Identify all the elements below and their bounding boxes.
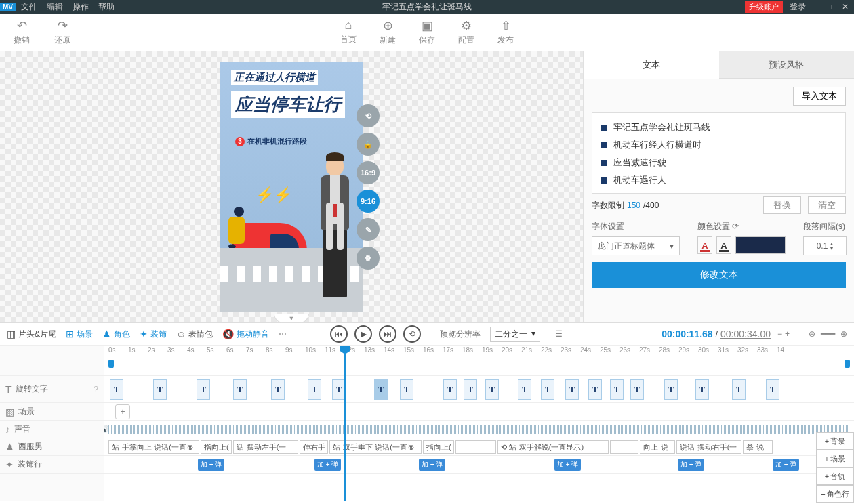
decor-clip[interactable]: 加 + 弹 — [314, 459, 341, 471]
animation-clip[interactable]: 站-手掌向上-说话(一直显 — [108, 440, 199, 454]
close-icon[interactable]: ✕ — [842, 2, 849, 12]
undo-button[interactable]: ↶撤销 — [14, 18, 30, 46]
decor-clip[interactable]: 加 + 弹 — [419, 459, 445, 471]
track-rotate-text[interactable]: 旋转文字 — [16, 383, 48, 395]
add-scene-button-side[interactable]: + 场景 — [816, 450, 854, 467]
decor-clip[interactable]: 加 + 弹 — [678, 459, 704, 471]
clear-button[interactable]: 清空 — [808, 196, 846, 214]
animation-clip[interactable]: 站-双手垂下-说话(一直显 — [329, 440, 422, 454]
track-scene[interactable]: 场景 — [18, 406, 35, 417]
replace-button[interactable]: 替换 — [763, 196, 801, 214]
track-man[interactable]: 西服男 — [18, 441, 43, 453]
emoji-button[interactable]: ☺表情包 — [176, 329, 213, 340]
minus-icon[interactable]: − — [777, 329, 782, 339]
canvas-area[interactable]: 正在通过人行横道 应当停车让行 3 在机非机混行路段 ⚡⚡ ⟲ 🔒 16:9 9… — [0, 51, 583, 322]
scene-track[interactable]: + — [104, 403, 854, 421]
menu-file[interactable]: 文件 — [21, 1, 37, 13]
sound-track[interactable]: 🔊 — [104, 421, 854, 438]
color-swatch[interactable] — [735, 236, 786, 254]
refresh-icon[interactable]: ⟳ — [732, 222, 739, 231]
menu-edit[interactable]: 编辑 — [47, 1, 63, 13]
list-item[interactable]: 应当减速行驶 — [601, 154, 837, 171]
text-keyframe[interactable]: T — [464, 379, 477, 400]
avatar-man[interactable] — [311, 155, 359, 311]
text-keyframe[interactable]: T — [153, 379, 167, 400]
menu-action[interactable]: 操作 — [73, 1, 89, 13]
text-keyframe[interactable]: T — [400, 379, 413, 400]
spinner-arrows[interactable]: ▴▾ — [830, 241, 833, 251]
ratio-9-16[interactable]: 9:16 — [357, 190, 380, 213]
playhead[interactable] — [344, 346, 346, 501]
text-list[interactable]: 牢记五点学会礼让斑马线 机动车行经人行横道时 应当减速行驶 机动车遇行人 — [592, 112, 846, 194]
text-keyframe[interactable]: T — [695, 379, 709, 400]
zoom-in-icon[interactable]: ⊕ — [840, 329, 847, 339]
gap-spinner[interactable]: 0.1▴▾ — [803, 236, 847, 255]
prev-button[interactable]: ⏮ — [330, 325, 348, 343]
edit-tool[interactable]: ✎ — [357, 218, 380, 241]
panel-collapse-handle[interactable]: ▼ — [274, 314, 309, 323]
scene-button[interactable]: ⊞场景 — [66, 329, 93, 340]
ratio-16-9[interactable]: 16:9 — [357, 161, 380, 184]
head-tail-button[interactable]: ▥片头&片尾 — [7, 329, 56, 340]
role-button[interactable]: ♟角色 — [102, 329, 130, 340]
decor-track[interactable]: 加 + 弹加 + 弹加 + 弹加 + 弹加 + 弹加 + 弹 — [104, 456, 854, 474]
animation-clip[interactable]: ⟲ 站-双手解说(一直显示) — [497, 440, 609, 454]
text-track[interactable]: TTTTTTTTTTTTTTTTTTTTTT — [104, 376, 854, 403]
add-bg-button[interactable]: + 背景 — [816, 432, 854, 450]
font-select[interactable]: 庞门正道标题体▾ — [592, 236, 680, 255]
text-keyframe[interactable]: T — [233, 379, 247, 400]
save-button[interactable]: ▣保存 — [419, 18, 435, 46]
animation-clip[interactable]: 指向上( — [201, 440, 232, 454]
help-icon[interactable]: ? — [94, 385, 98, 394]
man-track[interactable]: 站-手掌向上-说话(一直显指向上(话-摆动左手(一伸右手站-双手垂下-说话(一直… — [104, 438, 854, 456]
decor-clip[interactable]: 加 + 弹 — [554, 459, 581, 471]
new-button[interactable]: ⊕新建 — [380, 18, 396, 46]
text-keyframe[interactable]: T — [732, 379, 746, 400]
upgrade-button[interactable]: 升级账户 — [745, 1, 783, 13]
play-button[interactable]: ▶ — [354, 325, 372, 343]
zoom-out-icon[interactable]: ⊖ — [809, 329, 815, 339]
text-keyframe[interactable]: T — [610, 379, 624, 400]
text-keyframe[interactable]: T — [374, 379, 388, 400]
settings-tool[interactable]: ⚙ — [357, 247, 380, 270]
animation-clip[interactable]: 伸右手 — [300, 440, 328, 454]
preview-frame[interactable]: 正在通过人行横道 应当停车让行 3 在机非机混行路段 ⚡⚡ — [220, 62, 363, 312]
next-button[interactable]: ⏭ — [379, 325, 396, 343]
maximize-icon[interactable]: □ — [832, 2, 836, 12]
text-keyframe[interactable]: T — [271, 379, 285, 400]
list-item[interactable]: 牢记五点学会礼让斑马线 — [601, 119, 837, 136]
range-start-handle[interactable] — [108, 360, 114, 368]
text-keyframe[interactable]: T — [332, 379, 346, 400]
track-sound[interactable]: 声音 — [14, 423, 30, 435]
redo-button[interactable]: ↷还原 — [54, 18, 70, 46]
add-scene-button[interactable]: + — [115, 404, 130, 419]
text-keyframe[interactable]: T — [518, 379, 531, 400]
track-decor[interactable]: 装饰行 — [18, 459, 42, 470]
add-role-button[interactable]: + 角色行 — [816, 485, 854, 503]
text-keyframe[interactable]: T — [664, 379, 678, 400]
list-item[interactable]: 机动车遇行人 — [601, 171, 837, 189]
time-ruler[interactable]: 0s1s2s3s4s5s6s7s8s9s10s11s12s13s14s15s16… — [104, 346, 854, 358]
minimize-icon[interactable]: — — [818, 2, 826, 12]
text-color-a[interactable]: A — [697, 236, 712, 254]
plus-icon[interactable]: + — [785, 329, 790, 339]
preview-res-select[interactable]: 二分之一▾ — [490, 327, 540, 342]
login-button[interactable]: 登录 — [790, 1, 806, 13]
tab-text[interactable]: 文本 — [584, 51, 719, 79]
text-keyframe[interactable]: T — [541, 379, 554, 400]
decor-clip[interactable]: 加 + 弹 — [198, 459, 224, 471]
text-keyframe[interactable]: T — [565, 379, 579, 400]
tab-preset[interactable]: 预设风格 — [719, 51, 855, 79]
animation-clip[interactable]: 话-摆动左手(一 — [233, 440, 298, 454]
range-end-handle[interactable] — [845, 360, 850, 368]
text-keyframe[interactable]: T — [766, 379, 779, 400]
menu-help[interactable]: 帮助 — [98, 1, 115, 13]
animation-clip[interactable] — [610, 440, 638, 454]
range-row[interactable] — [104, 358, 854, 376]
text-keyframe[interactable]: T — [197, 379, 210, 400]
layers-icon[interactable]: ☰ — [555, 329, 563, 339]
text-keyframe[interactable]: T — [308, 379, 321, 400]
text-keyframe[interactable]: T — [485, 379, 499, 400]
animation-clip[interactable] — [455, 440, 496, 454]
text-keyframe[interactable]: T — [110, 379, 123, 400]
